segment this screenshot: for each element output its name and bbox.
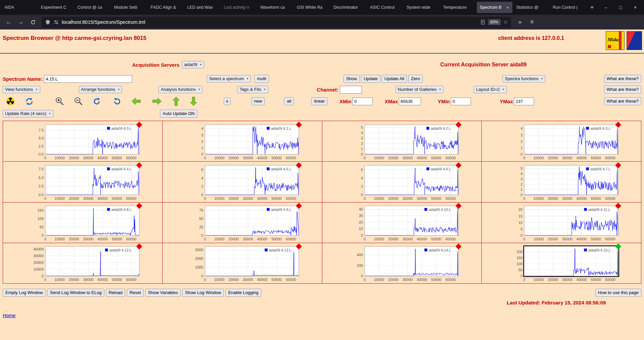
zoom-level-badge[interactable]: 80% (488, 19, 501, 25)
zoom-out-icon[interactable] (74, 97, 83, 106)
reload-button[interactable] (28, 17, 38, 27)
spectrum-plot-cell[interactable]: 0501001500100002000030000400005000060000… (3, 203, 163, 243)
app-menu-button[interactable]: ≡ (527, 17, 537, 27)
spectrum-plot-cell[interactable]: 0.02.55.07.50100002000030000400005000060… (3, 121, 163, 162)
acquisition-server-select[interactable]: aida09▼ (182, 61, 204, 68)
update-rate-dropdown[interactable]: Update Rate (4 secs)▼ (3, 110, 53, 117)
spectrum-plot-cell[interactable]: 02550750100002000030000400005000060000ai… (163, 203, 322, 243)
svg-text:0: 0 (44, 278, 46, 282)
multi-button[interactable]: multi (254, 75, 269, 83)
spectrum-plot-cell[interactable]: 02004000100002000030000400005000060000ai… (322, 243, 482, 284)
browser-tab[interactable]: ASIC Control (367, 2, 403, 13)
arrow-right-icon[interactable] (152, 97, 162, 105)
shield-icon[interactable] (45, 19, 51, 25)
radiation-icon[interactable] (6, 97, 15, 106)
rotate-cw-icon[interactable] (113, 97, 121, 106)
footer-button-show-variables[interactable]: Show Variables (145, 289, 180, 297)
url-bar[interactable]: localhost:8015/Spectrum/Spectrum.tml 80%… (42, 17, 511, 28)
browser-tab[interactable]: GSI White Ra (294, 2, 330, 13)
browser-tab[interactable]: LED and Wav (184, 2, 220, 13)
update-button[interactable]: Update (361, 75, 380, 83)
close-window-button[interactable]: × (628, 0, 643, 15)
browser-tab[interactable]: Spectrum B× (477, 2, 513, 13)
ymax-input[interactable] (514, 98, 534, 105)
footer-button-send-log-window-to-elog[interactable]: Send Log Window to ELog (47, 289, 104, 297)
all-button[interactable]: all (284, 97, 294, 105)
layout-id-dropdown[interactable]: Layout ID=2▼ (474, 86, 506, 93)
x-toggle-button[interactable]: x (224, 98, 231, 105)
tags-fits-dropdown[interactable]: Tags & Fits▼ (237, 86, 268, 93)
minimize-button[interactable]: – (598, 0, 613, 15)
new-tab-button[interactable]: + (586, 2, 598, 13)
xmax-input[interactable] (399, 98, 421, 105)
spectrum-plot-cell[interactable]: 0501001502000100002000030000400005000060… (482, 243, 641, 284)
permissions-tune-icon[interactable] (53, 19, 59, 25)
refresh-icon[interactable] (25, 97, 34, 106)
forward-button[interactable]: → (15, 17, 26, 27)
footer-button-empty-log-window[interactable]: Empty Log Window (3, 289, 46, 297)
new-button[interactable]: new (252, 97, 265, 105)
footer-button-reload[interactable]: Reload (106, 289, 125, 297)
browser-tab[interactable]: FADC Align & (148, 2, 183, 13)
footer-button-enable-logging[interactable]: Enable Logging (225, 289, 261, 297)
view-functions-dropdown[interactable]: View functions▼ (3, 86, 40, 93)
ymin-input[interactable] (451, 98, 471, 105)
how-to-use-button[interactable]: How to use this page (595, 289, 641, 297)
footer-button-reset[interactable]: Reset (127, 289, 144, 297)
back-button[interactable]: ← (3, 17, 14, 27)
browser-tab[interactable]: Discriminator (330, 2, 366, 13)
spectrum-plot-cell[interactable]: 0.02.55.07.50100002000030000400005000060… (3, 162, 163, 202)
toolbar-overflow-icon[interactable]: » (515, 17, 525, 27)
browser-tab[interactable]: Experiment C (38, 2, 74, 13)
browser-tab[interactable]: Statistics @ (513, 2, 549, 13)
reader-mode-icon[interactable] (480, 19, 485, 25)
svg-text:30000: 30000 (243, 196, 253, 201)
tab-title: Run Control ( (553, 5, 578, 10)
galleries-dropdown[interactable]: Number of Galleries▼ (395, 86, 444, 93)
show-button[interactable]: Show (343, 75, 360, 83)
spectrum-plot-cell[interactable]: 0100020003000010000200003000040000500006… (163, 243, 322, 284)
arrow-left-icon[interactable] (131, 97, 141, 105)
spectrum-plot-cell[interactable]: 0123450100002000030000400005000060000aid… (482, 162, 641, 202)
update-all-button[interactable]: Update All (382, 75, 407, 83)
maximize-button[interactable]: □ (613, 0, 628, 15)
rotate-ccw-icon[interactable] (93, 97, 101, 106)
browser-tab[interactable]: Control @ ca (74, 2, 110, 13)
browser-tab[interactable]: Run Control ( (550, 2, 586, 13)
browser-tab[interactable]: Temperature (440, 2, 476, 13)
what-are-these-button-3[interactable]: What are these? (604, 97, 641, 105)
browser-tab[interactable]: System wide (404, 2, 439, 13)
spectrum-plot-cell[interactable]: 012340100002000030000400005000060000aida… (482, 121, 641, 162)
browser-tab[interactable]: Module Setti (111, 2, 147, 13)
select-spectrum-dropdown[interactable]: Select a spectrum▼ (207, 75, 251, 82)
arrow-up-icon[interactable] (172, 96, 180, 106)
channel-input[interactable] (340, 86, 362, 94)
spectrum-plot-cell[interactable]: 0102030400100002000030000400005000060000… (322, 203, 482, 243)
auto-update-button[interactable]: Auto Update ON (160, 110, 197, 118)
spectrum-plot-cell[interactable]: 02460100002000030000400005000060000aida0… (322, 162, 482, 202)
what-are-these-button-1[interactable]: What are these? (604, 75, 641, 83)
spectra-functions-dropdown[interactable]: Spectra functions▼ (502, 75, 545, 82)
tab-close-icon[interactable]: × (505, 5, 509, 10)
home-link[interactable]: Home (3, 313, 16, 318)
spectrum-plot-cell[interactable]: 012340100002000030000400005000060000aida… (163, 121, 322, 162)
arrow-down-icon[interactable] (190, 96, 198, 106)
what-are-these-button-2[interactable]: What are these? (604, 86, 641, 94)
analysis-functions-dropdown[interactable]: Analysis functions▼ (158, 86, 203, 93)
spectrum-plot-cell[interactable]: 051015200100002000030000400005000060000a… (482, 203, 641, 243)
linear-button[interactable]: linear (311, 97, 327, 105)
bookmark-star-icon[interactable]: ☆ (503, 19, 508, 25)
browser-tab[interactable]: Lost activity n (221, 2, 257, 13)
arrange-functions-dropdown[interactable]: Arrange functions▼ (79, 86, 122, 93)
spectrum-plot-cell[interactable]: 0123450100002000030000400005000060000aid… (322, 121, 482, 162)
spectrum-plot-cell[interactable]: 02460100002000030000400005000060000aida0… (163, 162, 322, 202)
zero-button[interactable]: Zero (408, 75, 423, 83)
zoom-in-icon[interactable] (55, 97, 64, 106)
spectrum-plot-cell[interactable]: 0100002000030000400000100002000030000400… (3, 243, 163, 284)
xmin-input[interactable] (353, 98, 373, 105)
browser-tab[interactable]: AIDA (1, 2, 37, 13)
spectrum-name-input[interactable] (44, 75, 132, 83)
svg-text:0: 0 (44, 237, 46, 241)
footer-button-show-log-window[interactable]: Show Log Window (182, 289, 224, 297)
browser-tab[interactable]: Waveform ca (257, 2, 293, 13)
